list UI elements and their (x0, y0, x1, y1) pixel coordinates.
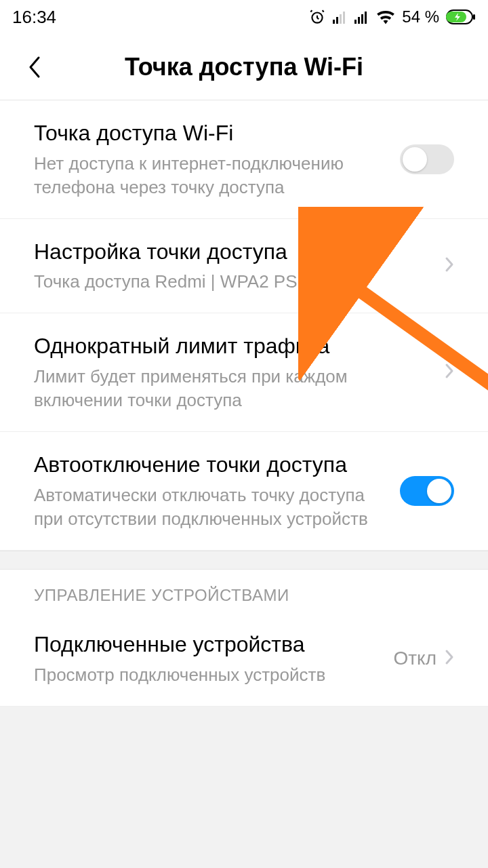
battery-percent: 54 % (402, 7, 439, 26)
empty-area (0, 707, 488, 868)
svg-rect-5 (354, 20, 357, 24)
chevron-right-icon (445, 256, 454, 275)
row-subtitle: Автоматически отключать точку доступа пр… (34, 484, 388, 531)
svg-rect-6 (358, 17, 360, 24)
devices-list: Подключенные устройства Просмотр подключ… (0, 612, 488, 707)
row-title: Подключенные устройства (34, 631, 381, 659)
section-divider (0, 551, 488, 570)
row-title: Однократный лимит трафика (34, 332, 432, 361)
row-subtitle: Нет доступа к интернет-подключению телеф… (34, 152, 388, 199)
status-right: 54 % (308, 7, 476, 26)
section-header-devices: УПРАВЛЕНИЕ УСТРОЙСТВАМИ (0, 570, 488, 612)
row-value: Откл (393, 648, 436, 669)
status-bar: 16:34 (0, 0, 488, 34)
row-title: Автоотключение точки доступа (34, 451, 388, 479)
settings-list: Точка доступа Wi-Fi Нет доступа к интерн… (0, 100, 488, 551)
back-button[interactable] (20, 54, 47, 81)
chevron-right-icon (445, 649, 454, 668)
alarm-icon (308, 8, 326, 26)
row-hotspot-toggle[interactable]: Точка доступа Wi-Fi Нет доступа к интерн… (0, 100, 488, 219)
row-hotspot-setup[interactable]: Настройка точки доступа Точка доступа Re… (0, 219, 488, 314)
svg-rect-3 (340, 14, 342, 24)
signal-2-icon (354, 10, 369, 24)
row-subtitle: Просмотр подключенных устройств (34, 663, 381, 687)
status-time: 16:34 (12, 7, 56, 28)
svg-rect-1 (333, 20, 335, 24)
auto-off-toggle[interactable] (400, 476, 454, 506)
wifi-icon (376, 9, 395, 24)
svg-rect-10 (473, 14, 475, 20)
chevron-left-icon (26, 55, 41, 79)
chevron-right-icon (445, 363, 454, 382)
page-header: Точка доступа Wi-Fi (0, 34, 488, 100)
svg-rect-7 (361, 14, 363, 24)
svg-rect-2 (336, 17, 338, 24)
signal-1-icon (333, 10, 348, 24)
row-traffic-limit[interactable]: Однократный лимит трафика Лимит будет пр… (0, 313, 488, 432)
hotspot-toggle[interactable] (400, 144, 454, 174)
row-title: Настройка точки доступа (34, 238, 432, 267)
row-subtitle: Лимит будет применяться при каждом включ… (34, 365, 432, 412)
battery-charging-icon (446, 9, 476, 24)
svg-rect-4 (343, 12, 345, 24)
row-subtitle: Точка доступа Redmi | WPA2 PSK (34, 270, 432, 294)
page-title: Точка доступа Wi-Fi (75, 53, 413, 81)
svg-rect-8 (365, 12, 367, 24)
row-auto-off[interactable]: Автоотключение точки доступа Автоматичес… (0, 432, 488, 551)
row-connected-devices[interactable]: Подключенные устройства Просмотр подключ… (0, 612, 488, 707)
row-title: Точка доступа Wi-Fi (34, 119, 388, 148)
